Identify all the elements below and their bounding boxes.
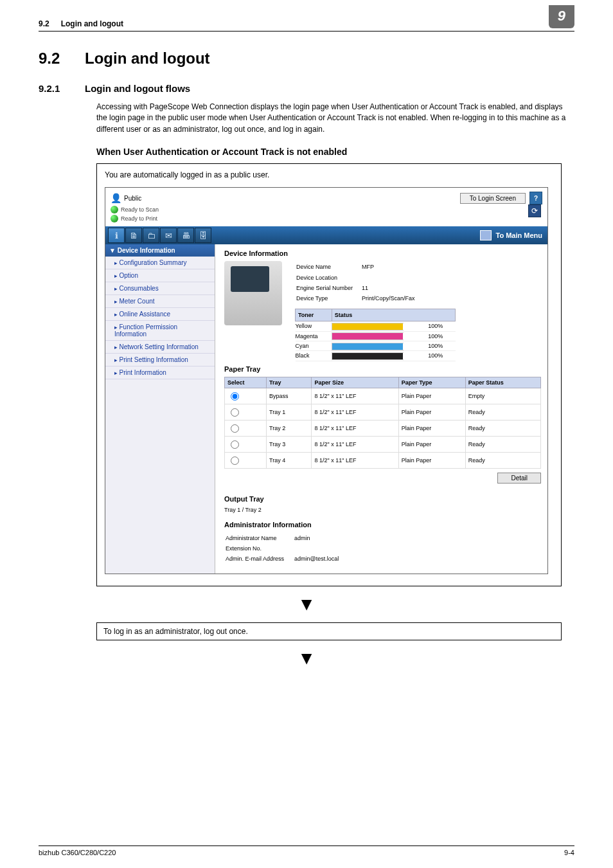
status-led-icon [111, 206, 118, 213]
toner-bar [332, 351, 428, 361]
tray-select-radio[interactable] [231, 457, 239, 465]
to-main-menu-link[interactable]: To Main Menu [480, 230, 542, 240]
device-name-label: Device Name [296, 262, 360, 271]
tray-select-cell[interactable] [225, 388, 267, 404]
status-area: Ready to Scan Ready to Print ⟳ [105, 206, 547, 226]
flow-step-box: To log in as an administrator, log out o… [96, 622, 562, 640]
device-serial-value: 11 [362, 284, 423, 293]
ribbon-info-icon[interactable]: ℹ [108, 228, 125, 243]
tray-select-radio[interactable] [231, 392, 239, 401]
status-col-header: Status [332, 309, 455, 321]
ribbon-box-icon[interactable]: 🗀 [143, 228, 159, 243]
sidebar-item[interactable]: Meter Count [105, 295, 215, 308]
to-login-screen-button[interactable]: To Login Screen [460, 193, 526, 204]
output-tray-value: Tray 1 / Tray 2 [224, 507, 541, 513]
tray-select-radio[interactable] [231, 440, 239, 449]
header-section-title: Login and logout [61, 19, 549, 28]
refresh-button[interactable]: ⟳ [528, 204, 541, 217]
flow-arrow-icon: ▼ [39, 648, 574, 669]
admin-name-value: admin [294, 534, 348, 543]
main-panel: Device Information Device NameMFP Device… [215, 244, 547, 574]
main-menu-icon [480, 230, 492, 240]
col-status: Paper Status [465, 377, 540, 388]
col-type: Paper Type [398, 377, 465, 388]
sidebar-item[interactable]: Network Setting Information [105, 341, 215, 354]
flow-step-text: To log in as an administrator, log out o… [103, 627, 248, 636]
sidebar-item[interactable]: Print Setting Information [105, 354, 215, 366]
paper-tray-table: Select Tray Paper Size Paper Type Paper … [224, 377, 541, 469]
tray-select-cell[interactable] [225, 404, 267, 420]
tray-status: Ready [465, 420, 540, 436]
screenshot-callout-box: You are automatically logged in as a pub… [96, 163, 562, 586]
paper-tray-row: Tray 28 1/2" x 11" LEFPlain PaperReady [225, 420, 541, 436]
toner-bar [332, 341, 428, 350]
subsection-number: 9.2.1 [39, 83, 85, 94]
toner-name: Cyan [296, 341, 332, 350]
sidebar: ▼ Device Information Configuration Summa… [105, 244, 215, 574]
device-name-value: MFP [362, 262, 423, 271]
flow-arrow-icon: ▼ [39, 594, 574, 615]
ribbon-job-icon[interactable]: 🗎 [125, 228, 142, 243]
toner-pct: 100% [428, 341, 455, 350]
admin-email-label: Admin. E-mail Address [226, 554, 293, 563]
callout-note: You are automatically logged in as a pub… [105, 170, 548, 179]
web-connection-screenshot: 👤 Public To Login Screen ? Ready to Scan… [105, 187, 548, 574]
admin-ext-label: Extension No. [226, 544, 293, 553]
paper-tray-row: Bypass8 1/2" x 11" LEFPlain PaperEmpty [225, 388, 541, 404]
toner-bar [332, 331, 428, 341]
footer-model: bizhub C360/C280/C220 [39, 849, 116, 856]
tray-name: Tray 2 [267, 420, 312, 436]
col-tray: Tray [267, 377, 312, 388]
tray-select-radio[interactable] [231, 424, 239, 433]
output-tray-heading: Output Tray [224, 495, 541, 503]
tray-type: Plain Paper [398, 436, 465, 452]
tray-status: Ready [465, 436, 540, 452]
col-size: Paper Size [312, 377, 398, 388]
admin-email-value: admin@test.local [294, 554, 348, 563]
tray-name: Tray 1 [267, 404, 312, 420]
device-location-label: Device Location [296, 273, 360, 282]
nav-ribbon: ℹ 🗎 🗀 ✉ 🖶 🗄 To Main Menu [105, 226, 547, 244]
ribbon-print-icon[interactable]: 🖶 [177, 228, 194, 243]
status-led-icon [111, 215, 118, 222]
tray-name: Bypass [267, 388, 312, 404]
tray-size: 8 1/2" x 11" LEF [312, 436, 398, 452]
paper-tray-row: Tray 48 1/2" x 11" LEFPlain PaperReady [225, 452, 541, 468]
sidebar-item[interactable]: Function Permission Information [105, 321, 215, 341]
sidebar-item[interactable]: Consumables [105, 282, 215, 295]
tray-status: Ready [465, 452, 540, 468]
sidebar-item[interactable]: Online Assistance [105, 308, 215, 321]
device-type-value: Print/Copy/Scan/Fax [362, 294, 423, 303]
chapter-badge: 9 [549, 5, 574, 28]
ribbon-storage-icon[interactable]: 🗄 [195, 228, 211, 243]
tray-status: Ready [465, 404, 540, 420]
paper-tray-row: Tray 18 1/2" x 11" LEFPlain PaperReady [225, 404, 541, 420]
page-footer: bizhub C360/C280/C220 9-4 [39, 845, 574, 856]
toner-row: Yellow100% [296, 321, 456, 331]
help-button[interactable]: ? [529, 192, 542, 204]
user-mode-label: Public [124, 195, 141, 202]
sidebar-item[interactable]: Option [105, 269, 215, 282]
tray-select-cell[interactable] [225, 420, 267, 436]
toner-row: Black100% [296, 351, 456, 361]
toner-name: Black [296, 351, 332, 361]
sidebar-item[interactable]: Configuration Summary [105, 257, 215, 269]
toner-name: Yellow [296, 321, 332, 331]
tray-status: Empty [465, 388, 540, 404]
status-scan: Ready to Scan [121, 206, 159, 213]
ribbon-address-icon[interactable]: ✉ [160, 228, 177, 243]
device-info-block: Device NameMFP Device Location Engine Se… [295, 261, 456, 361]
user-icon: 👤 [111, 193, 121, 203]
tray-select-radio[interactable] [231, 408, 239, 417]
to-main-menu-label: To Main Menu [495, 231, 542, 239]
tray-size: 8 1/2" x 11" LEF [312, 420, 398, 436]
detail-button[interactable]: Detail [497, 473, 541, 484]
tray-select-cell[interactable] [225, 436, 267, 452]
tray-size: 8 1/2" x 11" LEF [312, 388, 398, 404]
tray-type: Plain Paper [398, 452, 465, 468]
sidebar-item[interactable]: Print Information [105, 366, 215, 379]
case-heading: When User Authentication or Account Trac… [96, 147, 574, 157]
subsection-title: Login and logout flows [85, 83, 190, 94]
tray-select-cell[interactable] [225, 452, 267, 468]
paper-tray-row: Tray 38 1/2" x 11" LEFPlain PaperReady [225, 436, 541, 452]
